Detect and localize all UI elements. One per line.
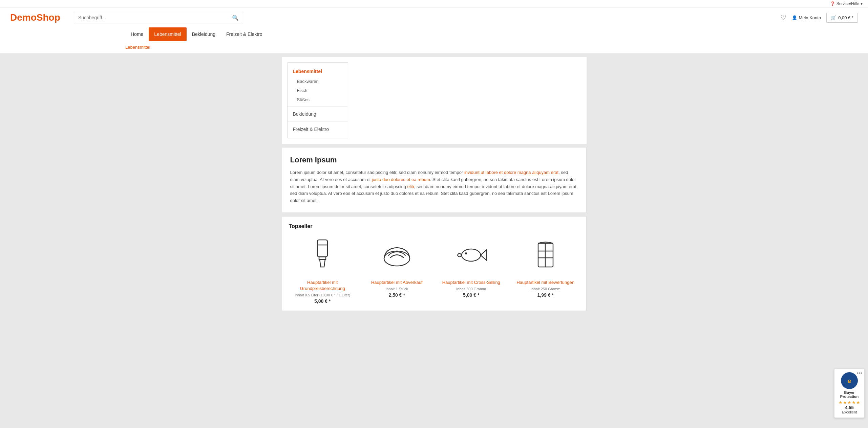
nav-item-bekleidung[interactable]: Bekleidung: [187, 27, 221, 41]
product-price-4: 1,99 € *: [537, 292, 554, 298]
cart-icon: 🛒: [831, 15, 836, 20]
sidebar-divider: [288, 106, 348, 107]
more-icon[interactable]: •••: [856, 370, 862, 376]
nav-item-home[interactable]: Home: [125, 27, 149, 41]
sidebar-category-bekleidung[interactable]: Bekleidung: [288, 109, 348, 119]
product-price-2: 2,50 € *: [389, 292, 405, 298]
ekomi-logo: e: [841, 372, 858, 389]
product-name-1: Hauptartikel mit Grundpreisberechnung: [289, 279, 357, 292]
lorem-link-3[interactable]: elitr: [407, 184, 414, 189]
cart-button[interactable]: 🛒 0,00 € *: [826, 13, 858, 23]
topseller-section: Topseller Hauptartikel mit Grundpreisber…: [282, 216, 587, 311]
lorem-link-1[interactable]: invidunt ut labore et dolore magna aliqu…: [464, 170, 558, 175]
heart-icon: ♡: [780, 14, 786, 21]
fish-icon: [454, 238, 488, 272]
buyer-protection-label: Excellent: [838, 410, 861, 414]
svg-text:e: e: [848, 378, 851, 384]
product-icon-chocolate: [525, 235, 566, 275]
question-icon: ❓: [830, 1, 835, 6]
sidebar-subcategory-fisch[interactable]: Fisch: [288, 86, 348, 95]
service-help-link[interactable]: ❓ Service/Hilfe ▾: [830, 1, 863, 6]
sidebar-category-lebensmittel[interactable]: Lebensmittel: [288, 66, 348, 77]
lorem-link-2[interactable]: justo duo dolores et ea rebum: [372, 177, 430, 182]
bread-icon: [380, 238, 414, 272]
chocolate-icon: [529, 238, 563, 272]
svg-point-5: [465, 252, 467, 254]
sidebar-subcategory-sueszes[interactable]: Süßes: [288, 95, 348, 104]
buyer-protection-stars: ★★★★★: [838, 400, 861, 405]
sidebar: Lebensmittel Backwaren Fisch Süßes Bekle…: [287, 62, 348, 138]
account-label: Mein Konto: [799, 15, 821, 20]
lorem-section: Lorem Ipsum Lorem ipsum dolor sit amet, …: [282, 147, 587, 213]
product-icon-bread: [377, 235, 417, 275]
topseller-title: Topseller: [289, 223, 579, 229]
breadcrumb[interactable]: Lebensmittel: [125, 45, 150, 50]
logo-shop: Shop: [37, 12, 60, 23]
buyer-protection-score: 4.55: [838, 405, 861, 410]
product-card-2[interactable]: Hauptartikel mit Abverkauf Inhalt 1 Stüc…: [363, 235, 431, 304]
search-button[interactable]: 🔍: [228, 12, 243, 23]
search-icon: 🔍: [232, 15, 239, 21]
svg-rect-0: [317, 240, 327, 257]
product-price-1: 5,00 € *: [314, 298, 331, 304]
product-card-1[interactable]: Hauptartikel mit Grundpreisberechnung In…: [289, 235, 357, 304]
product-name-2: Hauptartikel mit Abverkauf: [371, 279, 423, 286]
product-price-3: 5,00 € *: [463, 292, 479, 298]
lorem-paragraph: Lorem ipsum dolor sit amet, consetetur s…: [290, 169, 578, 204]
product-card-4[interactable]: Hauptartikel mit Bewertungen Inhalt 250 …: [512, 235, 579, 304]
user-icon: 👤: [792, 15, 797, 20]
topseller-grid: Hauptartikel mit Grundpreisberechnung In…: [289, 235, 579, 304]
sidebar-subcategory-backwaren[interactable]: Backwaren: [288, 77, 348, 86]
product-info-2: Inhalt 1 Stück: [385, 287, 408, 291]
buyer-protection-badge[interactable]: ••• e Buyer Protection ★★★★★ 4.55 Excell…: [834, 368, 865, 418]
product-info-1: Inhalt 0.5 Liter (10,00 € * / 1 Liter): [295, 293, 350, 297]
product-info-4: Inhalt 250 Gramm: [531, 287, 560, 291]
product-name-3: Hauptartikel mit Cross-Selling: [442, 279, 500, 286]
logo-demo: Demo: [10, 12, 37, 23]
product-name-4: Hauptartikel mit Bewertungen: [516, 279, 574, 286]
product-icon-fish: [451, 235, 491, 275]
header-actions: ♡ 👤 Mein Konto 🛒 0,00 € *: [780, 13, 858, 23]
buyer-protection-logo: e: [841, 372, 858, 389]
sidebar-category-freizeit[interactable]: Freizeit & Elektro: [288, 124, 348, 135]
main-nav: Home Lebensmittel Bekleidung Freizeit & …: [0, 27, 868, 41]
chevron-down-icon: ▾: [861, 1, 863, 6]
product-info-3: Inhalt 500 Gramm: [456, 287, 486, 291]
buyer-protection-title: Buyer Protection: [838, 390, 861, 399]
account-button[interactable]: 👤 Mein Konto: [792, 15, 821, 20]
nav-item-freizeit[interactable]: Freizeit & Elektro: [221, 27, 268, 41]
svg-point-4: [462, 249, 481, 261]
wishlist-button[interactable]: ♡: [780, 14, 786, 22]
nav-item-lebensmittel[interactable]: Lebensmittel: [149, 27, 186, 41]
svg-point-3: [384, 251, 410, 266]
product-icon-tube: [302, 235, 343, 275]
sidebar-divider-2: [288, 121, 348, 122]
search-bar: 🔍: [74, 12, 243, 23]
tube-icon: [305, 238, 339, 272]
service-label: Service/Hilfe: [837, 1, 859, 6]
product-card-3[interactable]: Hauptartikel mit Cross-Selling Inhalt 50…: [438, 235, 505, 304]
search-input[interactable]: [74, 12, 228, 23]
breadcrumb-bar: Lebensmittel: [0, 41, 868, 53]
site-logo[interactable]: DemoShop: [10, 12, 60, 23]
cart-label: 0,00 € *: [838, 15, 853, 20]
lorem-title: Lorem Ipsum: [290, 156, 578, 164]
